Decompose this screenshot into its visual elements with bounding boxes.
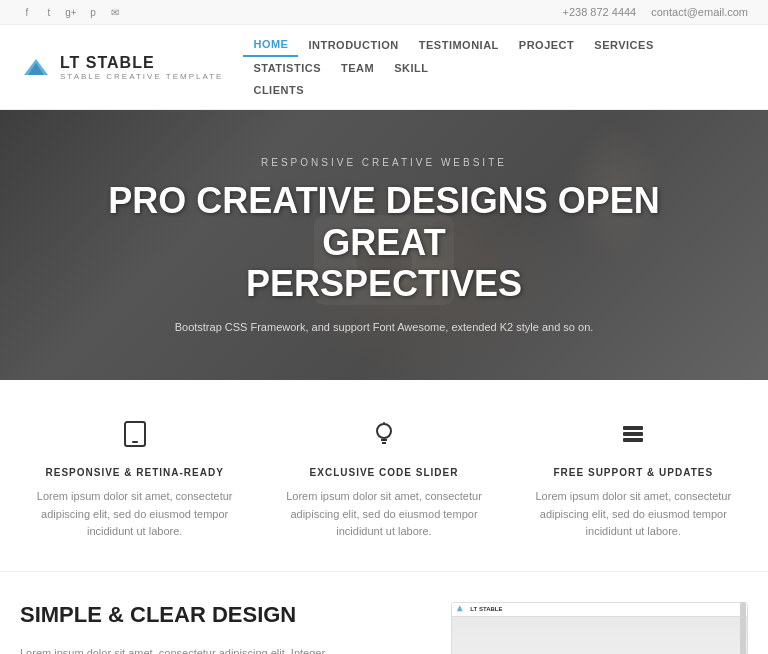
logo-title: LT STABLE [60, 54, 223, 72]
googleplus-icon[interactable]: g+ [64, 5, 78, 19]
logo-subtitle: STABLE CREATIVE TEMPLATE [60, 72, 223, 81]
svg-rect-15 [623, 438, 643, 442]
mockup-back-inner: LT STABLE TO CREATIVE DESIGNS OPEN GREAT… [452, 603, 747, 654]
hero-title-line2: GREAT [322, 222, 445, 263]
hero-tagline: RESPONSIVE CREATIVE WEBSITE [108, 157, 659, 168]
svg-marker-16 [457, 606, 463, 612]
content-section: SIMPLE & CLEAR DESIGN Lorem ipsum dolor … [0, 572, 768, 654]
feature-responsive-desc: Lorem ipsum dolor sit amet, consectetur … [30, 488, 239, 541]
svg-rect-14 [623, 432, 643, 436]
main-nav: LT STABLE STABLE CREATIVE TEMPLATE HOME … [0, 25, 768, 110]
email-address: contact@email.com [651, 6, 748, 18]
svg-rect-8 [132, 441, 138, 443]
nav-team[interactable]: TEAM [331, 57, 384, 79]
hero-title: PRO CREATIVE DESIGNS OPEN GREAT PERSPECT… [108, 180, 659, 304]
feature-support-desc: Lorem ipsum dolor sit amet, consectetur … [529, 488, 738, 541]
features-section: RESPONSIVE & RETINA-READY Lorem ipsum do… [0, 380, 768, 572]
logo[interactable]: LT STABLE STABLE CREATIVE TEMPLATE [20, 51, 223, 83]
nav-links-row2: CLIENTS [243, 79, 748, 101]
mockup-scrollbar [740, 602, 746, 654]
hero-subtitle: Bootstrap CSS Framework, and support Fon… [174, 321, 594, 333]
content-para1: Lorem ipsum dolor sit amet, consectetur … [20, 644, 369, 654]
svg-rect-11 [382, 442, 386, 444]
mockup-logo-label: LT STABLE [470, 606, 502, 612]
svg-rect-13 [623, 426, 643, 430]
content-left: SIMPLE & CLEAR DESIGN Lorem ipsum dolor … [20, 602, 369, 654]
svg-point-9 [377, 424, 391, 438]
nav-services[interactable]: SERVICES [584, 34, 663, 56]
phone-number: +238 872 4444 [563, 6, 637, 18]
social-links[interactable]: f t g+ p ✉ [20, 5, 122, 19]
content-right: LT STABLE TO CREATIVE DESIGNS OPEN GREAT… [399, 602, 748, 654]
hero-section: RESPONSIVE CREATIVE WEBSITE PRO CREATIVE… [0, 110, 768, 380]
pinterest-icon[interactable]: p [86, 5, 100, 19]
hero-title-line1: PRO CREATIVE DESIGNS OPEN [108, 180, 659, 221]
nav-testimonial[interactable]: TESTIMONIAL [409, 34, 509, 56]
nav-home[interactable]: HOME [243, 33, 298, 57]
mockup-logo-icon [456, 603, 468, 615]
feature-support-title: FREE SUPPORT & UPDATES [529, 467, 738, 478]
hero-content: RESPONSIVE CREATIVE WEBSITE PRO CREATIVE… [88, 137, 679, 352]
contact-info: +238 872 4444 contact@email.com [563, 6, 748, 18]
content-title: SIMPLE & CLEAR DESIGN [20, 602, 369, 628]
nav-clients[interactable]: CLIENTS [243, 79, 314, 101]
feature-slider-desc: Lorem ipsum dolor sit amet, consectetur … [279, 488, 488, 541]
logo-icon [20, 51, 52, 83]
nav-skill[interactable]: SKILL [384, 57, 438, 79]
nav-statistics[interactable]: STATISTICS [243, 57, 331, 79]
nav-project[interactable]: PROJECT [509, 34, 584, 56]
feature-responsive-title: RESPONSIVE & RETINA-READY [30, 467, 239, 478]
hero-title-line3: PERSPECTIVES [246, 263, 522, 304]
mockup-container: LT STABLE TO CREATIVE DESIGNS OPEN GREAT… [399, 602, 748, 654]
top-bar: f t g+ p ✉ +238 872 4444 contact@email.c… [0, 0, 768, 25]
feature-support: FREE SUPPORT & UPDATES Lorem ipsum dolor… [519, 420, 748, 541]
twitter-icon[interactable]: t [42, 5, 56, 19]
feature-slider-title: EXCLUSIVE CODE SLIDER [279, 467, 488, 478]
bulb-icon [279, 420, 488, 455]
feature-responsive: RESPONSIVE & RETINA-READY Lorem ipsum do… [20, 420, 249, 541]
nav-links-row1: HOME INTRODUCTION TESTIMONIAL PROJECT SE… [243, 33, 748, 79]
nav-introduction[interactable]: INTRODUCTION [298, 34, 408, 56]
feature-slider: EXCLUSIVE CODE SLIDER Lorem ipsum dolor … [269, 420, 498, 541]
mockup-back: LT STABLE TO CREATIVE DESIGNS OPEN GREAT… [451, 602, 748, 654]
logo-text: LT STABLE STABLE CREATIVE TEMPLATE [60, 54, 223, 81]
tablet-icon [30, 420, 239, 455]
svg-rect-10 [381, 439, 387, 441]
layers-icon [529, 420, 738, 455]
facebook-icon[interactable]: f [20, 5, 34, 19]
email-social-icon[interactable]: ✉ [108, 5, 122, 19]
